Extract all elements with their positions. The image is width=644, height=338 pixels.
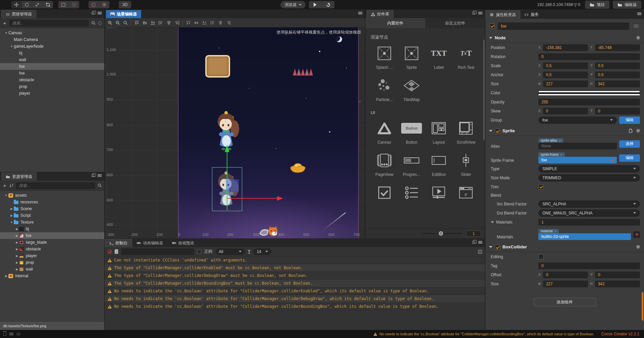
asset-bj[interactable]: ▶bj	[0, 226, 104, 232]
open-editor-button[interactable]: 编辑器	[613, 1, 641, 9]
color-swatch[interactable]	[538, 91, 640, 95]
editing-checkbox[interactable]	[538, 254, 544, 259]
refresh-button[interactable]	[322, 1, 334, 8]
align-bottom-icon[interactable]	[150, 20, 155, 25]
inspector-scrollbar-thumb[interactable]	[642, 292, 643, 321]
asset-assets-root[interactable]: ▼assets	[0, 192, 104, 199]
asset-texture[interactable]: ▼Texture	[0, 219, 104, 226]
slider-handle[interactable]	[439, 231, 443, 236]
dst-blend-dropdown[interactable]: ONE_MINUS_SRC_ALPHA	[538, 209, 640, 217]
atlas-select-button[interactable]: 选择	[619, 140, 640, 148]
add-component-button[interactable]: 添加组件	[534, 298, 596, 306]
widget-editbox[interactable]: EditBox	[425, 153, 452, 177]
preview-target-dropdown[interactable]: 浏览器	[280, 1, 306, 8]
distribute-bottom-icon[interactable]	[202, 20, 207, 25]
widget-slider[interactable]: Slider	[452, 153, 480, 177]
tab-widget-library[interactable]: 控件库	[367, 10, 393, 18]
gizmo-x-arrowhead[interactable]	[277, 196, 283, 201]
tab-scene-editor[interactable]: 场景编辑器	[106, 10, 141, 18]
popout-icon[interactable]	[472, 12, 475, 14]
tree-node-player[interactable]: player	[0, 90, 104, 97]
gear-icon[interactable]	[636, 36, 640, 40]
offset-x-field[interactable]: 0	[543, 272, 588, 278]
gizmo-y-arrowhead[interactable]	[225, 144, 229, 152]
move-tool-icon[interactable]	[11, 1, 22, 8]
tab-console[interactable]: 控制台	[105, 239, 132, 247]
skew-x-field[interactable]: 0	[543, 108, 588, 114]
tree-expand-icon[interactable]: ▶	[15, 254, 19, 257]
widget-progressbar[interactable]: Progres...	[398, 153, 425, 177]
tree-expand-icon[interactable]: ▶	[15, 234, 19, 237]
collapse-icon[interactable]	[489, 246, 492, 248]
position-y-field[interactable]: -85.748	[595, 44, 640, 51]
border-corner-icon[interactable]	[89, 1, 99, 8]
panel-menu-icon[interactable]	[98, 174, 102, 177]
scroll-lock-icon[interactable]	[478, 250, 482, 254]
gizmo-y-axis[interactable]	[227, 152, 227, 210]
group-dropdown[interactable]: foe	[538, 116, 617, 124]
collapse-icon[interactable]	[491, 221, 494, 223]
collapse-icon[interactable]	[489, 37, 492, 39]
distribute-right-icon[interactable]	[226, 20, 231, 25]
search-icon[interactable]	[91, 21, 96, 25]
tree-node-wall[interactable]: wall	[0, 56, 104, 63]
tree-expand-icon[interactable]: ▶	[15, 248, 19, 251]
sprite-frame-edit-button[interactable]: 编辑	[619, 154, 640, 162]
tree-expand-icon[interactable]: ▶	[15, 268, 19, 271]
asset-script[interactable]: ▶Script	[0, 212, 104, 219]
tab-inspector[interactable]: 属性检查器	[485, 10, 520, 19]
sort-icon[interactable]	[9, 184, 14, 188]
material-field[interactable]: builtin-2d-sprite	[538, 233, 631, 240]
asset-prop[interactable]: ▶prop	[0, 259, 104, 266]
fox-sprite[interactable]	[259, 225, 279, 238]
asset-wall[interactable]: ▶wall	[0, 266, 104, 273]
sprite-enabled-checkbox[interactable]	[495, 129, 500, 133]
tab-builtin-widgets[interactable]: 内置控件	[365, 18, 425, 28]
assets-search-input[interactable]: 搜索...	[16, 182, 95, 189]
refresh-small-icon[interactable]	[98, 21, 102, 25]
align-hcenter-icon[interactable]	[166, 20, 171, 25]
collider-size-w-field[interactable]: 227	[543, 281, 588, 287]
log-row[interactable]: No needs to indicate the 'cc.Boolean' at…	[105, 303, 485, 310]
distribute-hcenter-icon[interactable]	[218, 20, 223, 25]
tree-expand-icon[interactable]: ▶	[15, 241, 19, 244]
obstacle-spikes-sprite[interactable]	[293, 68, 313, 76]
tree-node-gamelayernode[interactable]: ▼gameLayerNode	[0, 43, 104, 50]
log-level-dropdown[interactable]: All	[215, 248, 245, 255]
position-x-field[interactable]: -155.381	[543, 44, 588, 51]
panel-menu-icon[interactable]	[637, 12, 641, 15]
size-mode-dropdown[interactable]: TRIMMED	[538, 174, 640, 182]
popout-icon[interactable]	[92, 174, 94, 177]
anchor-x-field[interactable]: 0.5	[543, 71, 588, 78]
tree-expand-icon[interactable]: ▼	[4, 194, 8, 197]
widget-splash[interactable]: Splash ...	[371, 46, 398, 70]
log-row[interactable]: The type of "ColliderManager.colliderDeb…	[105, 272, 485, 280]
widget-togglegroup[interactable]	[398, 185, 425, 200]
wall-sprite[interactable]	[205, 55, 230, 78]
console-filter-input[interactable]	[121, 248, 194, 255]
tab-game-preview[interactable]: 游戏预览	[167, 239, 199, 247]
tree-node-main-camera[interactable]: Main Camera	[0, 36, 104, 43]
grid-globe-icon[interactable]	[99, 1, 109, 8]
asset-large-blade[interactable]: ▶large_blade	[0, 239, 104, 246]
tree-node-foe2[interactable]: foe	[0, 70, 104, 77]
scale-x-field[interactable]: 0.5	[543, 62, 588, 69]
asset-player[interactable]: ▶player	[0, 252, 104, 259]
status-warning[interactable]: No needs to indicate the 'cc.Boolean' at…	[373, 332, 594, 336]
src-blend-dropdown[interactable]: SRC_ALPHA	[538, 200, 640, 208]
log-row[interactable]: The type of "ColliderManager.colliderBou…	[105, 280, 485, 287]
sprite-frame-field[interactable]: foe	[538, 157, 617, 163]
tree-node-prop[interactable]: prop	[0, 83, 104, 90]
widget-layout[interactable]: Layout	[425, 120, 452, 145]
prop-ingot-sprite[interactable]	[289, 160, 306, 175]
widget-richtext[interactable]: TxT Rich Text	[452, 46, 480, 70]
hierarchy-search-input[interactable]: 搜索...	[9, 20, 89, 27]
center-pivot-icon[interactable]	[69, 1, 79, 8]
scene-viewport[interactable]: 使用鼠标右键平移视窗焦点，使用滚轮缩放视图 1,200 1,100 1,000 …	[105, 28, 365, 238]
collapse-log-icon[interactable]	[115, 249, 118, 254]
widget-tiledmap[interactable]: TiledMap	[398, 78, 425, 102]
materials-count-field[interactable]: 1	[538, 219, 640, 226]
tree-node-foe-selected[interactable]: foe	[0, 63, 104, 70]
anchor-y-field[interactable]: 0.5	[595, 71, 640, 78]
panel-menu-icon[interactable]	[98, 12, 102, 14]
